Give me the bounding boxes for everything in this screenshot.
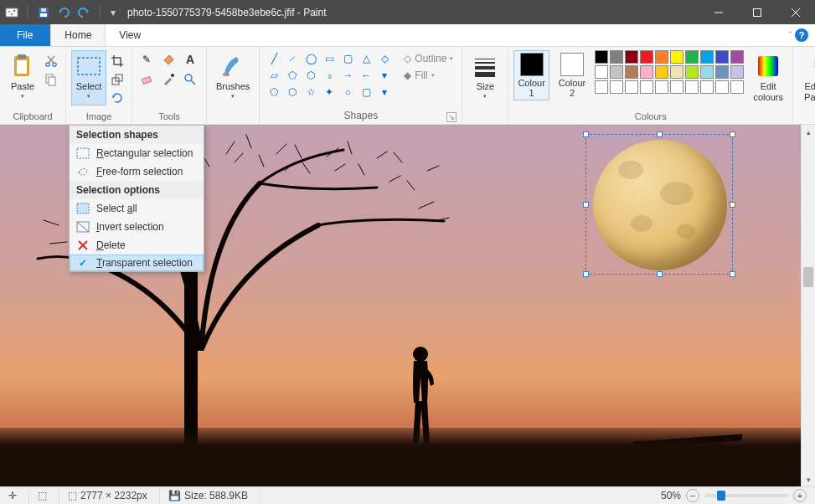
palette-swatch[interactable] xyxy=(730,65,744,79)
svg-rect-6 xyxy=(41,8,46,12)
ribbon-collapse-icon[interactable]: ˇ xyxy=(789,31,792,40)
shapes-gallery[interactable]: ╱⟋◯▭▢△◇ ▱⬠⬡⬨→←▾ ⬠⬡☆✦○▢▾ xyxy=(265,50,394,100)
quick-access-toolbar xyxy=(31,3,96,22)
colour-1-button[interactable]: Colour 1 xyxy=(513,50,549,100)
palette-swatch[interactable] xyxy=(610,50,623,64)
palette-swatch[interactable] xyxy=(670,65,683,79)
palette-swatch[interactable] xyxy=(640,80,653,94)
svg-point-25 xyxy=(185,75,192,81)
palette-swatch[interactable] xyxy=(715,65,729,79)
menu-select-all[interactable]: Select all xyxy=(70,199,204,218)
tab-view[interactable]: View xyxy=(106,24,155,46)
scroll-thumb[interactable] xyxy=(803,267,813,287)
palette-swatch[interactable] xyxy=(655,50,668,64)
paint-3d-button[interactable]: Edit with Paint 3D xyxy=(798,50,815,105)
select-button[interactable]: Select ▾ xyxy=(71,50,106,105)
svg-point-2 xyxy=(11,13,13,14)
menu-rectangular-selection[interactable]: Rectangular selection xyxy=(70,144,204,162)
colour-2-swatch xyxy=(560,53,584,76)
group-colours: Colour 1 Colour 2 Edit colours Colours xyxy=(508,47,793,124)
undo-icon[interactable] xyxy=(54,3,73,22)
palette-swatch[interactable] xyxy=(715,80,729,94)
palette-swatch[interactable] xyxy=(670,50,683,64)
palette-swatch[interactable] xyxy=(715,50,729,64)
selection-rectangle[interactable] xyxy=(585,134,733,275)
size-icon xyxy=(472,53,498,80)
edit-colours-button[interactable]: Edit colours xyxy=(749,50,787,105)
minimize-button[interactable] xyxy=(699,0,738,24)
size-button[interactable]: Size ▾ xyxy=(467,50,503,105)
svg-point-14 xyxy=(46,63,49,66)
shapes-launcher[interactable]: ↘ xyxy=(446,112,457,122)
menu-freeform-selection[interactable]: Free-form selection xyxy=(70,162,204,181)
colour-2-button[interactable]: Colour 2 xyxy=(555,50,590,100)
moon-object xyxy=(593,140,727,270)
rotate-button[interactable] xyxy=(108,89,126,107)
svg-rect-13 xyxy=(17,60,27,74)
magnifier-tool[interactable] xyxy=(181,70,199,89)
palette-swatch[interactable] xyxy=(700,50,714,64)
palette-swatch[interactable] xyxy=(655,65,668,79)
palette-swatch[interactable] xyxy=(610,65,623,79)
palette-swatch[interactable] xyxy=(685,65,699,79)
tab-home[interactable]: Home xyxy=(50,24,106,46)
help-icon[interactable]: ? xyxy=(795,28,808,42)
cut-button[interactable] xyxy=(42,52,60,70)
fill-icon: ◆ xyxy=(404,69,411,81)
palette-swatch[interactable] xyxy=(700,80,714,94)
zoom-out-button[interactable]: − xyxy=(686,489,699,502)
vertical-scrollbar[interactable]: ▴ ▾ xyxy=(801,125,815,486)
text-tool[interactable]: A xyxy=(181,50,199,69)
canvas-area[interactable]: Selection shapes Rectangular selection F… xyxy=(0,125,815,486)
palette-swatch[interactable] xyxy=(625,65,638,79)
group-tools: ✎ A Tools xyxy=(132,47,207,124)
palette-swatch[interactable] xyxy=(625,80,638,94)
menu-delete[interactable]: Delete xyxy=(70,236,204,255)
check-icon: ✓ xyxy=(76,257,90,269)
redo-icon[interactable] xyxy=(75,3,93,22)
crop-button[interactable] xyxy=(108,52,126,70)
brushes-button[interactable]: Brushes ▾ xyxy=(212,50,254,105)
zoom-in-button[interactable]: + xyxy=(793,489,807,502)
maximize-button[interactable] xyxy=(738,0,776,24)
palette-swatch[interactable] xyxy=(730,80,744,94)
palette-swatch[interactable] xyxy=(670,80,683,94)
menu-transparent-selection[interactable]: ✓ Transparent selection xyxy=(70,255,204,271)
palette-swatch[interactable] xyxy=(640,50,653,64)
palette-swatch[interactable] xyxy=(595,65,608,79)
palette-swatch[interactable] xyxy=(685,50,699,64)
copy-button[interactable] xyxy=(42,70,60,89)
svg-point-1 xyxy=(8,10,10,12)
shape-outline-button[interactable]: ◇Outline▾ xyxy=(400,50,457,67)
scroll-up-icon[interactable]: ▴ xyxy=(802,125,815,139)
pencil-tool[interactable]: ✎ xyxy=(137,50,156,69)
ribbon-tab-bar: File Home View ˇ ? xyxy=(0,24,815,47)
resize-button[interactable] xyxy=(108,70,126,89)
svg-point-24 xyxy=(171,74,174,77)
palette-swatch[interactable] xyxy=(595,50,608,64)
fill-tool[interactable] xyxy=(159,50,178,69)
zoom-slider[interactable] xyxy=(704,494,788,497)
palette-swatch[interactable] xyxy=(610,80,623,94)
selection-size-icon: ⬚ xyxy=(38,490,47,501)
freeform-select-icon xyxy=(76,165,90,178)
eraser-tool[interactable] xyxy=(137,70,156,89)
chevron-down-icon: ▾ xyxy=(87,93,90,100)
shape-fill-button[interactable]: ◆Fill▾ xyxy=(400,67,457,84)
scroll-down-icon[interactable]: ▾ xyxy=(802,472,815,486)
palette-swatch[interactable] xyxy=(700,65,714,79)
palette-swatch[interactable] xyxy=(655,80,668,94)
palette-swatch[interactable] xyxy=(640,65,653,79)
close-button[interactable] xyxy=(776,0,815,24)
picker-tool[interactable] xyxy=(159,70,178,89)
paste-button[interactable]: Paste ▾ xyxy=(5,50,40,105)
palette-swatch[interactable] xyxy=(730,50,744,64)
qat-customize-icon[interactable]: ▾ xyxy=(104,3,122,22)
colour-palette[interactable] xyxy=(595,50,744,94)
palette-swatch[interactable] xyxy=(625,50,638,64)
menu-invert-selection[interactable]: Invert selection xyxy=(70,218,204,236)
save-icon[interactable] xyxy=(34,3,53,22)
tab-file[interactable]: File xyxy=(0,24,50,46)
palette-swatch[interactable] xyxy=(595,80,608,94)
palette-swatch[interactable] xyxy=(685,80,699,94)
